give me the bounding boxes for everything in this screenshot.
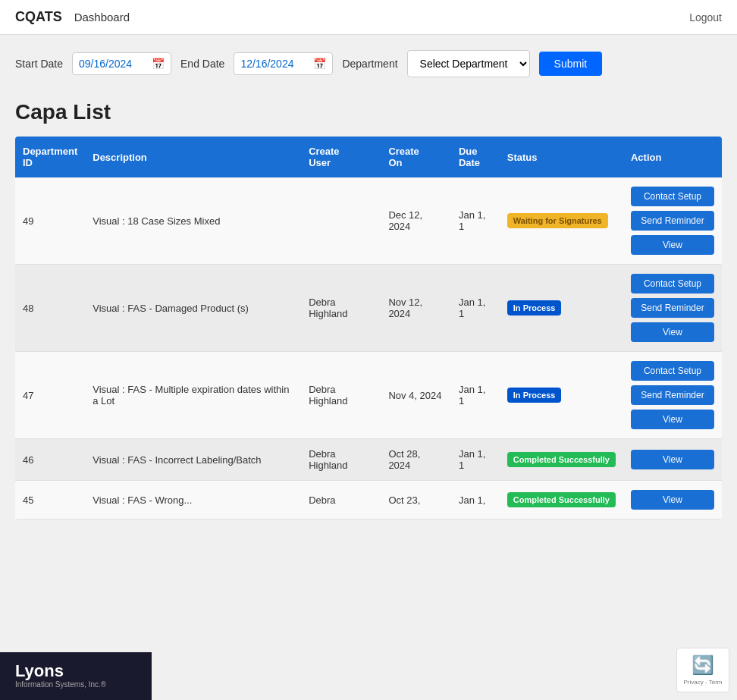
cell-create-user: Debra Highland: [301, 265, 381, 352]
cell-description: Visual : FAS - Multiple expiration dates…: [85, 352, 301, 439]
cell-dept-id: 47: [15, 352, 85, 439]
main-content: Capa List DepartmentID Description Creat…: [0, 85, 737, 535]
status-badge: In Process: [507, 388, 562, 403]
cell-create-user: Debra Highland: [301, 439, 381, 481]
cell-description: Visual : 18 Case Sizes Mixed: [85, 177, 301, 265]
action-send-reminder-button[interactable]: Send Reminder: [631, 298, 714, 318]
end-calendar-icon[interactable]: 📅: [313, 58, 326, 70]
table-row: 49Visual : 18 Case Sizes MixedDec 12, 20…: [15, 177, 722, 265]
cell-status: Completed Successfully: [500, 481, 623, 520]
table-row: 46Visual : FAS - Incorrect Labeling/Batc…: [15, 439, 722, 481]
cell-dept-id: 46: [15, 439, 85, 481]
cell-status: Completed Successfully: [500, 439, 623, 481]
col-due-date: DueDate: [451, 137, 500, 177]
cell-create-on: Oct 23,: [381, 481, 451, 520]
cell-action: Contact SetupSend ReminderView: [623, 177, 722, 265]
action-view-button[interactable]: View: [631, 322, 714, 342]
submit-button[interactable]: Submit: [539, 52, 603, 76]
cell-due-date: Jan 1,: [451, 481, 500, 520]
cell-create-on: Dec 12, 2024: [381, 177, 451, 265]
department-select[interactable]: Select Department Department A Departmen…: [407, 50, 530, 77]
logout-link[interactable]: Logout: [689, 11, 722, 24]
cell-due-date: Jan 1, 1: [451, 177, 500, 265]
status-badge: In Process: [507, 300, 562, 315]
cell-description: Visual : FAS - Damaged Product (s): [85, 265, 301, 352]
action-send-reminder-button[interactable]: Send Reminder: [631, 385, 714, 405]
end-date-wrapper: 📅: [234, 52, 333, 75]
status-badge: Completed Successfully: [507, 452, 616, 467]
action-cell: Contact SetupSend ReminderView: [631, 274, 714, 342]
col-create-on: CreateOn: [381, 137, 451, 177]
action-cell: Contact SetupSend ReminderView: [631, 187, 714, 255]
cell-create-user: Debra Highland: [301, 352, 381, 439]
action-cell: Contact SetupSend ReminderView: [631, 361, 714, 429]
start-date-input[interactable]: [79, 58, 147, 70]
cell-action: View: [623, 481, 722, 520]
col-action: Action: [623, 137, 722, 177]
status-badge: Completed Successfully: [507, 492, 616, 507]
action-send-reminder-button[interactable]: Send Reminder: [631, 211, 714, 231]
col-description: Description: [85, 137, 301, 177]
cell-dept-id: 48: [15, 265, 85, 352]
col-create-user: CreateUser: [301, 137, 381, 177]
cell-dept-id: 49: [15, 177, 85, 265]
header: CQATS Dashboard Logout: [0, 0, 737, 35]
cell-action: Contact SetupSend ReminderView: [623, 352, 722, 439]
table-body: 49Visual : 18 Case Sizes MixedDec 12, 20…: [15, 177, 722, 520]
brand-logo: CQATS: [15, 9, 62, 25]
cell-due-date: Jan 1, 1: [451, 352, 500, 439]
cell-status: In Process: [500, 352, 623, 439]
department-label: Department: [342, 58, 397, 70]
start-date-wrapper: 📅: [72, 52, 171, 75]
cell-action: Contact SetupSend ReminderView: [623, 265, 722, 352]
cell-dept-id: 45: [15, 481, 85, 520]
table-row: 47Visual : FAS - Multiple expiration dat…: [15, 352, 722, 439]
action-view-button[interactable]: View: [631, 450, 714, 469]
cell-create-user: [301, 177, 381, 265]
action-contact-setup-button[interactable]: Contact Setup: [631, 361, 714, 381]
cell-create-on: Nov 12, 2024: [381, 265, 451, 352]
table-header: DepartmentID Description CreateUser Crea…: [15, 137, 722, 177]
action-cell: View: [631, 450, 714, 469]
action-contact-setup-button[interactable]: Contact Setup: [631, 274, 714, 293]
filter-bar: Start Date 📅 End Date 📅 Department Selec…: [0, 35, 737, 85]
action-view-button[interactable]: View: [631, 490, 714, 510]
start-date-label: Start Date: [15, 58, 63, 70]
page-title: Capa List: [15, 100, 722, 124]
cell-create-on: Oct 28, 2024: [381, 439, 451, 481]
capa-table: DepartmentID Description CreateUser Crea…: [15, 137, 722, 520]
cell-due-date: Jan 1, 1: [451, 265, 500, 352]
action-view-button[interactable]: View: [631, 235, 714, 255]
cell-action: View: [623, 439, 722, 481]
cell-description: Visual : FAS - Incorrect Labeling/Batch: [85, 439, 301, 481]
end-date-label: End Date: [180, 58, 224, 70]
cell-status: In Process: [500, 265, 623, 352]
cell-create-on: Nov 4, 2024: [381, 352, 451, 439]
col-status: Status: [500, 137, 623, 177]
action-contact-setup-button[interactable]: Contact Setup: [631, 187, 714, 206]
table-row: 48Visual : FAS - Damaged Product (s)Debr…: [15, 265, 722, 352]
col-dept-id: DepartmentID: [15, 137, 85, 177]
cell-description: Visual : FAS - Wrong...: [85, 481, 301, 520]
action-view-button[interactable]: View: [631, 410, 714, 429]
nav-dashboard[interactable]: Dashboard: [74, 11, 130, 24]
cell-create-user: Debra: [301, 481, 381, 520]
header-left: CQATS Dashboard: [15, 9, 130, 25]
table-row: 45Visual : FAS - Wrong...DebraOct 23,Jan…: [15, 481, 722, 520]
start-calendar-icon[interactable]: 📅: [152, 58, 165, 70]
action-cell: View: [631, 490, 714, 510]
cell-status: Waiting for Signatures: [500, 177, 623, 265]
end-date-input[interactable]: [240, 58, 309, 70]
cell-due-date: Jan 1, 1: [451, 439, 500, 481]
status-badge: Waiting for Signatures: [507, 213, 608, 228]
table-header-row: DepartmentID Description CreateUser Crea…: [15, 137, 722, 177]
